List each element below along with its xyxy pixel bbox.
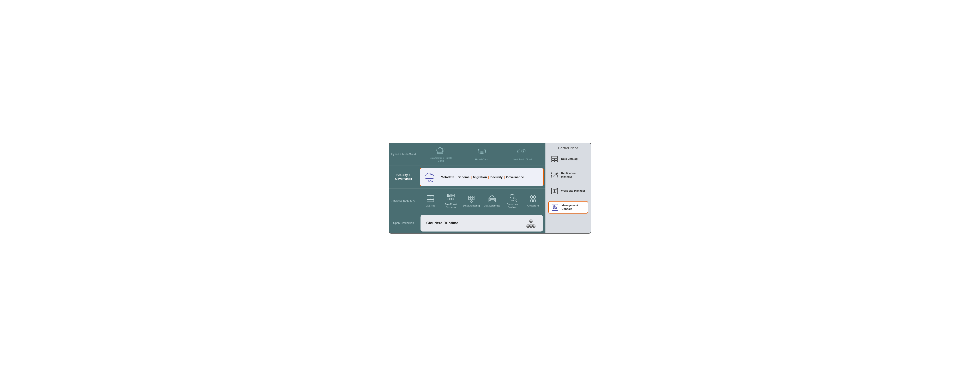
svg-line-67 [553,173,557,177]
replication-manager-label: Replication Manager [561,171,586,179]
svg-rect-18 [449,194,450,195]
svg-rect-23 [451,196,453,197]
data-flow-label: Data Flow & Streaming [442,203,460,209]
replication-manager-icon [550,171,559,179]
cp-divider-3 [548,199,588,199]
management-console-icon [551,203,559,211]
data-engineering-label: Data Engineering [463,205,480,207]
svg-point-52 [532,225,535,228]
replication-manager-svg [550,171,558,179]
svg-point-54 [528,225,529,227]
cloudera-ai-item: Cloudera AI [524,194,542,207]
analytics-row-label: Analytics Edge to AI [389,189,418,213]
svg-rect-20 [449,195,450,197]
svg-rect-48 [531,199,533,202]
security-row-label: Security & Governance [389,166,418,188]
main-container: Hybrid & Multi-Cloud Data Center & Priva… [389,143,591,233]
svg-point-78 [554,205,555,207]
data-center-item: Data Center & Private Cloud [429,146,453,162]
management-console-label: Management Console [562,204,585,211]
svg-rect-25 [468,196,470,198]
cp-workload-manager[interactable]: Workload Manager [548,185,588,197]
hybrid-cloud-icon [476,148,488,157]
svg-point-55 [533,225,535,227]
cp-data-catalog[interactable]: Data Catalog [548,153,588,165]
svg-rect-17 [448,194,449,195]
svg-point-51 [527,225,530,228]
svg-rect-64 [552,160,554,162]
data-hub-icon [426,194,435,203]
runtime-cluster-icon [525,218,537,228]
svg-rect-47 [533,195,536,198]
management-console-svg [551,203,559,211]
svg-point-75 [556,188,557,189]
data-hub-label: Data Hub [426,205,435,207]
data-engineering-item: Data Engineering [462,194,481,207]
data-flow-item: Data Flow & Streaming [442,193,460,209]
hybrid-cloud-item: Hybrid Cloud [469,148,494,161]
svg-line-45 [516,201,517,201]
operational-db-item: Operational Database [503,193,522,209]
svg-point-56 [530,220,532,223]
svg-line-60 [532,224,533,225]
svg-point-50 [530,225,532,228]
data-engineering-icon [467,194,476,203]
svg-point-32 [471,201,472,202]
multi-cloud-icon [517,148,528,157]
cloudera-ai-label: Cloudera AI [527,205,539,207]
hybrid-cloud-label: Hybrid Cloud [475,158,488,161]
cp-management-console[interactable]: Management Console [548,201,588,214]
open-distribution-label: Open Distribution [389,213,418,233]
multi-cloud-label: Multi Public Cloud [513,158,531,161]
cp-replication-manager[interactable]: Replication Manager [548,169,588,181]
svg-point-69 [553,189,556,193]
data-catalog-label: Data Catalog [561,157,578,161]
security-sdx-box: SDX Metadata | Schema | Migration | Secu… [420,168,544,186]
svg-rect-30 [473,198,474,200]
svg-point-70 [554,190,555,191]
data-warehouse-item: Data Warehouse [483,194,501,207]
control-plane-title: Control Plane [548,146,588,150]
sep2: | [471,175,472,179]
hybrid-row-label: Hybrid & Multi-Cloud [389,143,418,166]
svg-rect-46 [531,195,533,198]
data-center-icon [435,146,447,155]
sdx-badge: SDX [424,171,437,183]
svg-rect-65 [555,160,557,162]
svg-point-82 [554,208,555,209]
svg-rect-28 [468,198,470,200]
cloudera-ai-icon [528,194,538,203]
data-warehouse-icon [487,194,496,203]
data-catalog-svg [550,155,558,163]
svg-rect-29 [471,198,472,200]
data-hub-item: Data Hub [421,194,440,207]
svg-rect-24 [453,196,455,197]
svg-point-3 [478,149,485,151]
cloudera-runtime-label: Cloudera Runtime [426,221,458,225]
analytics-row: Analytics Edge to AI [389,189,546,213]
svg-rect-22 [453,194,455,195]
svg-rect-16 [447,194,450,197]
data-warehouse-label: Data Warehouse [484,205,500,207]
cloudera-runtime-box: Cloudera Runtime [420,215,543,232]
svg-rect-26 [471,196,472,198]
svg-point-43 [510,195,514,196]
open-distribution-content: Cloudera Runtime [418,213,546,233]
sep4: | [504,175,505,179]
svg-rect-19 [448,195,449,197]
hybrid-row-content: Data Center & Private Cloud Hybrid Cloud [418,143,546,166]
svg-rect-63 [555,158,557,160]
workload-manager-icon [550,187,559,195]
sdx-label: SDX [428,180,434,183]
security-features: Metadata | Schema | Migration | Security… [441,175,524,179]
svg-rect-27 [473,196,474,198]
svg-rect-49 [533,199,536,202]
security-row: Security & Governance SDX Metadata | Sch… [389,166,546,189]
left-panel: Hybrid & Multi-Cloud Data Center & Priva… [389,143,546,233]
sdx-cloud-icon [424,171,437,181]
svg-line-59 [528,224,530,225]
svg-point-80 [555,207,557,208]
data-catalog-icon [550,155,559,163]
operational-db-label: Operational Database [503,203,522,209]
cp-divider-2 [548,183,588,183]
